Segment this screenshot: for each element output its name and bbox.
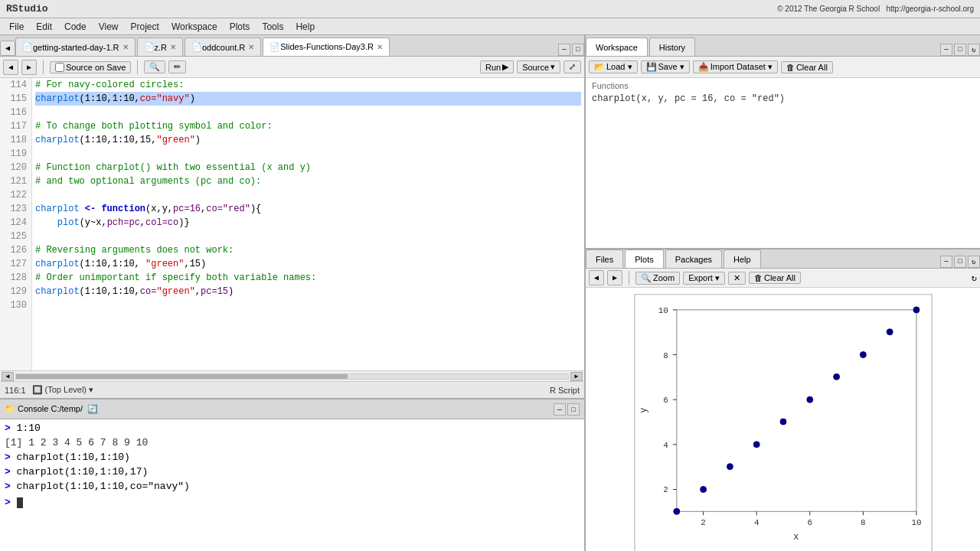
toolbar-sep-2 <box>137 60 138 74</box>
workspace-maximize[interactable]: □ <box>954 44 966 56</box>
code-line[interactable]: # Order unimportant if specify both vari… <box>35 271 581 285</box>
svg-point-31 <box>860 352 866 358</box>
code-line[interactable]: charplot(1:10,1:10, "green",15) <box>35 257 581 271</box>
code-line[interactable]: charplot(1:10,1:10,co="green",pc=15) <box>35 285 581 298</box>
scroll-thumb[interactable] <box>16 374 348 379</box>
svg-text:4: 4 <box>753 518 759 527</box>
menu-help[interactable]: Help <box>289 20 321 34</box>
svg-text:10: 10 <box>911 518 921 527</box>
import-dataset-btn[interactable]: 📥 Import Dataset ▾ <box>693 60 778 73</box>
plots-minimize[interactable]: ─ <box>940 256 952 268</box>
menu-view[interactable]: View <box>93 20 125 34</box>
editor-minimize[interactable]: ─ <box>558 44 570 56</box>
tab-plots[interactable]: Plots <box>625 249 663 268</box>
tab-files[interactable]: Files <box>586 249 623 268</box>
menu-edit[interactable]: Edit <box>30 20 58 34</box>
svg-text:10: 10 <box>658 306 668 315</box>
svg-text:4: 4 <box>663 441 668 450</box>
code-line[interactable]: plot(y~x,pch=pc,col=co)} <box>35 216 581 230</box>
source-dropdown[interactable]: Source ▾ <box>517 60 560 73</box>
tab-close-oddcount[interactable]: ✕ <box>248 43 254 51</box>
title-bar: RStudio © 2012 The Georgia R School http… <box>0 0 980 18</box>
menu-workspace[interactable]: Workspace <box>165 20 224 34</box>
workspace-minimize[interactable]: ─ <box>940 44 952 56</box>
function-entry: charplot(x, y, pc = 16, co = "red") <box>592 93 974 104</box>
code-line[interactable] <box>35 106 581 119</box>
load-btn[interactable]: 📂 Load ▾ <box>589 60 638 73</box>
expand-editor-btn[interactable]: ⤢ <box>564 60 581 73</box>
tab-workspace[interactable]: Workspace <box>586 37 648 56</box>
menu-plots[interactable]: Plots <box>224 20 256 34</box>
tab-packages[interactable]: Packages <box>665 249 722 268</box>
tab-close-z[interactable]: ✕ <box>170 43 176 51</box>
source-on-save-btn[interactable]: Source on Save <box>50 61 131 73</box>
source-on-save-label: Source on Save <box>66 63 126 72</box>
format-btn[interactable]: ✏ <box>168 60 186 73</box>
title-bar-info: © 2012 The Georgia R School http://georg… <box>777 5 974 13</box>
forward-arrow[interactable]: ▶ <box>21 60 37 75</box>
svg-text:2: 2 <box>701 518 706 527</box>
console-maximize[interactable]: □ <box>567 403 580 416</box>
line-number: 126 <box>0 243 31 257</box>
tab-oddcount[interactable]: 📄 oddcount.R ✕ <box>185 37 261 56</box>
tab-help[interactable]: Help <box>724 249 761 268</box>
save-btn[interactable]: 💾 Save ▾ <box>641 60 690 73</box>
editor-tab-bar: ◀ 📄 getting-started-day-1.R ✕ 📄 z.R ✕ 📄 … <box>0 35 584 57</box>
plots-refresh[interactable]: ↻ <box>968 256 980 268</box>
code-line[interactable] <box>35 188 581 202</box>
menu-code[interactable]: Code <box>58 20 93 34</box>
code-line[interactable]: # Function charplot() with two essential… <box>35 161 581 174</box>
workspace-toolbar: 📂 Load ▾ 💾 Save ▾ 📥 Import Dataset ▾ 🗑 C… <box>586 57 980 78</box>
code-line[interactable]: # Reversing arguments does not work: <box>35 243 581 257</box>
line-number: 130 <box>0 298 31 312</box>
code-line[interactable]: charplot <- function(x,y,pc=16,co="red")… <box>35 202 581 216</box>
plots-refresh-icon[interactable]: ↻ <box>972 272 977 284</box>
clear-all-workspace-btn[interactable]: 🗑 Clear All <box>781 61 833 73</box>
export-btn[interactable]: Export ▾ <box>683 272 725 285</box>
code-line[interactable]: # For navy-colored circles: <box>35 78 581 92</box>
workspace-refresh[interactable]: ↻ <box>968 44 980 56</box>
console-refresh-icon[interactable]: 🔄 <box>87 404 98 414</box>
workspace-controls: ─ □ ↻ <box>940 44 980 56</box>
plot-next[interactable]: ▶ <box>607 270 622 285</box>
code-line[interactable] <box>35 147 581 161</box>
zoom-btn[interactable]: 🔍 Zoom <box>635 272 680 285</box>
scroll-right[interactable]: ▶ <box>570 372 583 381</box>
menu-file[interactable]: File <box>3 20 30 34</box>
run-btn[interactable]: Run ▶ <box>480 60 514 73</box>
console-content[interactable]: > 1:10[1] 1 2 3 4 5 6 7 8 9 10> charplot… <box>0 419 584 551</box>
menu-project[interactable]: Project <box>125 20 165 34</box>
tab-slides-functions[interactable]: 📄 Slides-Functions-Day3.R ✕ <box>263 37 390 56</box>
horizontal-scrollbar[interactable]: ◀ ▶ <box>0 370 584 381</box>
code-content[interactable]: # For navy-colored circles:charplot(1:10… <box>32 78 584 370</box>
code-line[interactable] <box>35 230 581 243</box>
tab-close-slides[interactable]: ✕ <box>377 43 383 51</box>
tab-history[interactable]: History <box>649 37 695 56</box>
search-btn[interactable]: 🔍 <box>144 60 165 73</box>
console-area: 📁 Console C:/temp/ 🔄 ─ □ > 1:10[1] 1 2 3… <box>0 398 584 551</box>
editor-area: ◀ 📄 getting-started-day-1.R ✕ 📄 z.R ✕ 📄 … <box>0 35 584 398</box>
code-editor[interactable]: 1141151161171181191201211221231241251261… <box>0 78 584 370</box>
scroll-track[interactable] <box>15 373 569 380</box>
console-input-line[interactable]: > <box>5 495 580 510</box>
tab-z[interactable]: 📄 z.R ✕ <box>137 37 184 56</box>
plot-prev[interactable]: ◀ <box>589 270 604 285</box>
back-arrow[interactable]: ◀ <box>3 60 18 75</box>
source-on-save-checkbox[interactable] <box>55 63 64 72</box>
editor-maximize[interactable]: □ <box>572 44 584 56</box>
menu-bar: File Edit Code View Project Workspace Pl… <box>0 18 980 35</box>
code-line[interactable] <box>35 298 581 312</box>
tab-scroll-left[interactable]: ◀ <box>0 41 15 56</box>
menu-tools[interactable]: Tools <box>256 20 289 34</box>
code-line[interactable]: charplot(1:10,1:10,15,"green") <box>35 133 581 147</box>
tab-close-getting-started[interactable]: ✕ <box>122 43 129 51</box>
code-line[interactable]: # To change both plotting symbol and col… <box>35 119 581 133</box>
clear-all-plots-btn[interactable]: 🗑 Clear All <box>749 272 801 284</box>
console-minimize[interactable]: ─ <box>554 403 566 416</box>
code-line[interactable]: # and two optional arguments (pc and co)… <box>35 174 581 188</box>
plots-maximize[interactable]: □ <box>954 256 966 268</box>
code-line[interactable]: charplot(1:10,1:10,co="navy") <box>35 92 581 106</box>
delete-plot-btn[interactable]: ✕ <box>728 272 746 285</box>
tab-getting-started[interactable]: 📄 getting-started-day-1.R ✕ <box>15 37 136 56</box>
scroll-left[interactable]: ◀ <box>2 372 14 381</box>
